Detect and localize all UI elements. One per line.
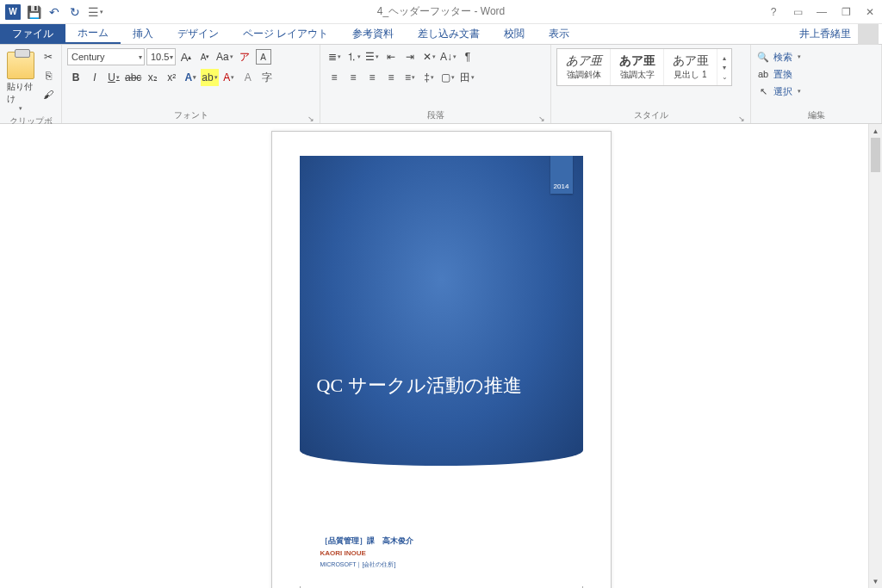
dialog-launcher-icon[interactable]: ↘ — [538, 115, 545, 123]
strike-button[interactable]: abc — [124, 69, 142, 86]
cover-footer-info: ［品質管理］課 高木俊介 KAORI INOUE MICROSOFT｜[会社の住… — [320, 534, 413, 571]
multilevel-button[interactable]: ☰ — [363, 48, 381, 65]
line-spacing-button[interactable]: ‡ — [420, 69, 438, 86]
select-button[interactable]: ↖選択▾ — [756, 83, 801, 100]
italic-button[interactable]: I — [86, 69, 103, 86]
style-item-emphasis-italic[interactable]: あア亜 強調斜体 — [557, 49, 611, 85]
maximize-button[interactable]: ❐ — [837, 3, 854, 21]
cover-graphic: 2014 QC サークル活動の推進 — [300, 156, 583, 466]
group-paragraph-label: 段落 — [427, 110, 444, 120]
document-page[interactable]: 2014 QC サークル活動の推進 ［品質管理］課 高木俊介 KAORI INO… — [271, 131, 612, 588]
ribbon: 貼り付け ▾ ✂ ⎘ 🖌 クリップボード↘ Century 10.5 A▴ A▾… — [0, 45, 882, 124]
style-gallery-more[interactable]: ▴▾⌄ — [717, 54, 731, 81]
help-icon[interactable]: ? — [765, 3, 782, 21]
tab-layout[interactable]: ページ レイアウト — [231, 24, 340, 44]
char-shading-button[interactable]: A — [239, 69, 257, 86]
group-paragraph: ≣ ⒈ ☰ ⇤ ⇥ ✕ A↓ ¶ ≡ ≡ ≡ ≡ ≡ ‡ ▢ 田 段落↘ — [320, 45, 551, 123]
superscript-button[interactable]: x² — [163, 69, 180, 86]
scroll-down-icon[interactable]: ▼ — [869, 574, 882, 588]
format-painter-icon[interactable]: 🖌 — [40, 86, 57, 103]
align-right-button[interactable]: ≡ — [363, 69, 381, 86]
save-icon[interactable]: 💾 — [24, 3, 43, 22]
cover-title: QC サークル活動の推進 — [317, 371, 566, 399]
style-gallery[interactable]: あア亜 強調斜体 あア亜 強調太字 あア亜 見出し 1 ▴▾⌄ — [556, 48, 732, 86]
replace-icon: ab — [756, 69, 770, 79]
enclosed-char-button[interactable]: 字 — [258, 69, 276, 86]
cut-icon[interactable]: ✂ — [40, 48, 57, 65]
style-item-emphasis-bold[interactable]: あア亜 強調太字 — [611, 49, 664, 85]
tab-mailings[interactable]: 差し込み文書 — [406, 24, 492, 44]
find-button[interactable]: 🔍検索▾ — [756, 48, 801, 65]
bullets-button[interactable]: ≣ — [326, 48, 343, 65]
distributed-button[interactable]: ≡ — [401, 69, 419, 86]
underline-button[interactable]: U — [105, 69, 122, 86]
user-avatar[interactable] — [858, 24, 879, 45]
borders-button[interactable]: 田 — [458, 69, 475, 86]
paste-label: 貼り付け — [7, 81, 34, 105]
scroll-up-icon[interactable]: ▲ — [869, 124, 882, 138]
copy-icon[interactable]: ⎘ — [40, 67, 57, 84]
paste-button[interactable]: 貼り付け ▾ — [5, 48, 36, 115]
year-tab: 2014 — [550, 156, 573, 194]
highlight-button[interactable]: ab — [201, 69, 218, 86]
tab-home[interactable]: ホーム — [65, 24, 121, 44]
cursor-icon: ↖ — [756, 86, 770, 97]
shading-button[interactable]: ▢ — [439, 69, 457, 86]
sort-button[interactable]: A↓ — [439, 48, 457, 65]
change-case-button[interactable]: Aa — [215, 48, 234, 65]
numbering-button[interactable]: ⒈ — [345, 48, 362, 65]
font-color-button[interactable]: A — [220, 69, 238, 86]
replace-button[interactable]: ab置換 — [756, 65, 792, 83]
shrink-font-button[interactable]: A▾ — [196, 48, 214, 65]
group-font: Century 10.5 A▴ A▾ Aa ア A B I U abc x₂ x… — [62, 45, 320, 123]
increase-indent-button[interactable]: ⇥ — [401, 48, 419, 65]
decrease-indent-button[interactable]: ⇤ — [382, 48, 400, 65]
word-app-icon[interactable]: W — [3, 3, 22, 22]
quick-access-toolbar: W 💾 ↶ ↻ ☰ — [0, 3, 105, 22]
group-clipboard: 貼り付け ▾ ✂ ⎘ 🖌 クリップボード↘ — [0, 45, 62, 123]
group-styles: あア亜 強調斜体 あア亜 強調太字 あア亜 見出し 1 ▴▾⌄ スタイル↘ — [551, 45, 751, 123]
scroll-thumb[interactable] — [871, 138, 880, 172]
dialog-launcher-icon[interactable]: ↘ — [738, 115, 745, 123]
text-effects-button[interactable]: A — [182, 69, 199, 86]
tab-design[interactable]: デザイン — [165, 24, 231, 44]
vertical-scrollbar[interactable]: ▲ ▼ — [868, 124, 882, 588]
tab-references[interactable]: 参考資料 — [340, 24, 406, 44]
font-size-combo[interactable]: 10.5 — [146, 48, 176, 65]
asian-layout-button[interactable]: ✕ — [420, 48, 438, 65]
grow-font-button[interactable]: A▴ — [177, 48, 195, 65]
author-dept: ［品質管理］課 高木俊介 — [320, 534, 413, 548]
qat-customize-icon[interactable]: ☰ — [86, 3, 105, 22]
style-item-heading1[interactable]: あア亜 見出し 1 — [664, 49, 717, 85]
group-font-label: フォント — [174, 110, 208, 120]
tab-view[interactable]: 表示 — [537, 24, 581, 44]
title-bar: W 💾 ↶ ↻ ☰ 4_ヘッダーフッター - Word ? ▭ — ❐ ✕ — [0, 0, 882, 24]
font-name-combo[interactable]: Century — [67, 48, 145, 65]
char-border-button[interactable]: A — [255, 48, 272, 65]
ribbon-options-icon[interactable]: ▭ — [789, 3, 806, 21]
close-button[interactable]: ✕ — [861, 3, 879, 21]
search-icon: 🔍 — [756, 52, 770, 63]
undo-icon[interactable]: ↶ — [45, 3, 64, 22]
phonetic-guide-button[interactable]: ア — [236, 48, 253, 65]
group-styles-label: スタイル — [634, 110, 668, 120]
show-marks-button[interactable]: ¶ — [459, 48, 476, 65]
minimize-button[interactable]: — — [813, 3, 830, 21]
user-name[interactable]: 井上香緒里 — [796, 24, 854, 44]
tab-review[interactable]: 校閲 — [492, 24, 537, 44]
group-editing-label: 編集 — [808, 110, 825, 120]
ribbon-tabs: ファイル ホーム 挿入 デザイン ページ レイアウト 参考資料 差し込み文書 校… — [0, 24, 882, 45]
tab-file[interactable]: ファイル — [0, 24, 65, 44]
dialog-launcher-icon[interactable]: ↘ — [307, 115, 314, 123]
redo-icon[interactable]: ↻ — [65, 3, 84, 22]
window-controls: ? ▭ — ❐ ✕ — [765, 3, 879, 21]
group-editing: 🔍検索▾ ab置換 ↖選択▾ 編集 — [751, 45, 882, 123]
bold-button[interactable]: B — [67, 69, 84, 86]
align-left-button[interactable]: ≡ — [326, 69, 343, 86]
align-center-button[interactable]: ≡ — [345, 69, 362, 86]
tab-insert[interactable]: 挿入 — [121, 24, 165, 44]
subscript-button[interactable]: x₂ — [144, 69, 161, 86]
company-address: MICROSOFT｜[会社の住所] — [320, 560, 413, 571]
justify-button[interactable]: ≡ — [382, 69, 400, 86]
author-name: KAORI INOUE — [320, 548, 413, 560]
